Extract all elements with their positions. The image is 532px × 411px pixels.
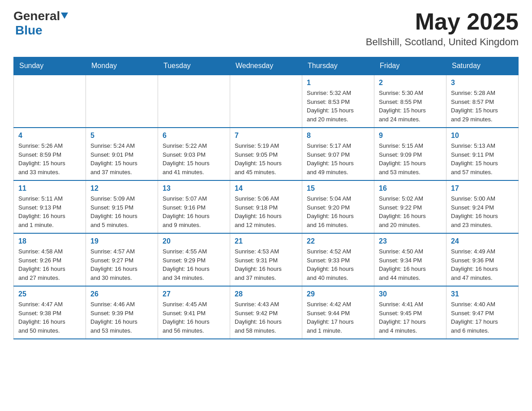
day-number: 6 [163,132,225,140]
calendar-table: SundayMondayTuesdayWednesdayThursdayFrid… [13,57,519,339]
logo: General Blue [13,9,68,38]
calendar-cell: 29Sunrise: 4:42 AM Sunset: 9:44 PM Dayli… [302,286,374,339]
day-info: Sunrise: 5:06 AM Sunset: 9:18 PM Dayligh… [235,194,297,229]
day-info: Sunrise: 5:17 AM Sunset: 9:07 PM Dayligh… [307,141,369,176]
calendar-week-row: 1Sunrise: 5:32 AM Sunset: 8:53 PM Daylig… [14,75,519,128]
calendar-cell: 18Sunrise: 4:58 AM Sunset: 9:26 PM Dayli… [14,233,86,286]
day-number: 5 [90,132,153,140]
day-number: 9 [379,132,442,140]
weekday-header-saturday: Saturday [446,57,519,75]
day-number: 18 [18,237,81,245]
weekday-header-wednesday: Wednesday [230,57,302,75]
day-number: 11 [18,184,81,193]
calendar-cell: 6Sunrise: 5:22 AM Sunset: 9:03 PM Daylig… [158,128,230,180]
day-number: 4 [18,132,81,140]
calendar-cell: 2Sunrise: 5:30 AM Sunset: 8:55 PM Daylig… [374,75,446,128]
day-info: Sunrise: 5:19 AM Sunset: 9:05 PM Dayligh… [235,141,297,176]
day-info: Sunrise: 4:47 AM Sunset: 9:38 PM Dayligh… [18,300,81,335]
day-info: Sunrise: 5:00 AM Sunset: 9:24 PM Dayligh… [451,194,514,229]
calendar-week-row: 4Sunrise: 5:26 AM Sunset: 8:59 PM Daylig… [14,128,519,180]
month-title: May 2025 [366,9,519,34]
calendar-cell: 15Sunrise: 5:04 AM Sunset: 9:20 PM Dayli… [302,180,374,233]
location-title: Bellshill, Scotland, United Kingdom [366,36,519,48]
calendar-cell: 26Sunrise: 4:46 AM Sunset: 9:39 PM Dayli… [86,286,158,339]
day-info: Sunrise: 4:52 AM Sunset: 9:33 PM Dayligh… [307,247,369,282]
weekday-header-sunday: Sunday [14,57,86,75]
day-number: 12 [90,184,153,193]
calendar-week-row: 11Sunrise: 5:11 AM Sunset: 9:13 PM Dayli… [14,180,519,233]
calendar-cell: 24Sunrise: 4:49 AM Sunset: 9:36 PM Dayli… [446,233,519,286]
day-info: Sunrise: 4:57 AM Sunset: 9:27 PM Dayligh… [90,247,153,282]
day-info: Sunrise: 5:11 AM Sunset: 9:13 PM Dayligh… [18,194,81,229]
day-info: Sunrise: 4:40 AM Sunset: 9:47 PM Dayligh… [451,300,514,335]
calendar-week-row: 25Sunrise: 4:47 AM Sunset: 9:38 PM Dayli… [14,286,519,339]
logo-general-text: General [13,9,60,23]
calendar-cell: 12Sunrise: 5:09 AM Sunset: 9:15 PM Dayli… [86,180,158,233]
calendar-cell: 3Sunrise: 5:28 AM Sunset: 8:57 PM Daylig… [446,75,519,128]
day-info: Sunrise: 4:45 AM Sunset: 9:41 PM Dayligh… [163,300,225,335]
day-info: Sunrise: 5:28 AM Sunset: 8:57 PM Dayligh… [451,89,514,124]
day-number: 26 [90,290,153,298]
calendar-cell: 19Sunrise: 4:57 AM Sunset: 9:27 PM Dayli… [86,233,158,286]
calendar-week-row: 18Sunrise: 4:58 AM Sunset: 9:26 PM Dayli… [14,233,519,286]
calendar-cell: 22Sunrise: 4:52 AM Sunset: 9:33 PM Dayli… [302,233,374,286]
calendar-cell: 16Sunrise: 5:02 AM Sunset: 9:22 PM Dayli… [374,180,446,233]
day-info: Sunrise: 5:26 AM Sunset: 8:59 PM Dayligh… [18,141,81,176]
day-info: Sunrise: 4:43 AM Sunset: 9:42 PM Dayligh… [235,300,297,335]
day-number: 16 [379,184,442,193]
day-number: 20 [163,237,225,245]
calendar-cell: 13Sunrise: 5:07 AM Sunset: 9:16 PM Dayli… [158,180,230,233]
day-info: Sunrise: 5:30 AM Sunset: 8:55 PM Dayligh… [379,89,442,124]
day-info: Sunrise: 5:09 AM Sunset: 9:15 PM Dayligh… [90,194,153,229]
day-number: 24 [451,237,514,245]
calendar-cell [86,75,158,128]
day-number: 22 [307,237,369,245]
calendar-cell: 4Sunrise: 5:26 AM Sunset: 8:59 PM Daylig… [14,128,86,180]
calendar-cell: 28Sunrise: 4:43 AM Sunset: 9:42 PM Dayli… [230,286,302,339]
day-number: 29 [307,290,369,298]
day-info: Sunrise: 5:24 AM Sunset: 9:01 PM Dayligh… [90,141,153,176]
weekday-header-thursday: Thursday [302,57,374,75]
calendar-cell: 7Sunrise: 5:19 AM Sunset: 9:05 PM Daylig… [230,128,302,180]
day-info: Sunrise: 5:02 AM Sunset: 9:22 PM Dayligh… [379,194,442,229]
calendar-cell: 31Sunrise: 4:40 AM Sunset: 9:47 PM Dayli… [446,286,519,339]
calendar-cell: 20Sunrise: 4:55 AM Sunset: 9:29 PM Dayli… [158,233,230,286]
day-info: Sunrise: 4:46 AM Sunset: 9:39 PM Dayligh… [90,300,153,335]
day-number: 30 [379,290,442,298]
day-number: 27 [163,290,225,298]
day-number: 7 [235,132,297,140]
day-info: Sunrise: 4:42 AM Sunset: 9:44 PM Dayligh… [307,300,369,335]
calendar-cell: 21Sunrise: 4:53 AM Sunset: 9:31 PM Dayli… [230,233,302,286]
day-info: Sunrise: 4:53 AM Sunset: 9:31 PM Dayligh… [235,247,297,282]
day-number: 15 [307,184,369,193]
calendar-cell: 8Sunrise: 5:17 AM Sunset: 9:07 PM Daylig… [302,128,374,180]
day-number: 28 [235,290,297,298]
calendar-cell: 27Sunrise: 4:45 AM Sunset: 9:41 PM Dayli… [158,286,230,339]
page-header: General Blue May 2025 Bellshill, Scotlan… [13,9,519,48]
day-number: 8 [307,132,369,140]
day-number: 21 [235,237,297,245]
calendar-cell: 23Sunrise: 4:50 AM Sunset: 9:34 PM Dayli… [374,233,446,286]
day-info: Sunrise: 4:55 AM Sunset: 9:29 PM Dayligh… [163,247,225,282]
day-number: 14 [235,184,297,193]
day-number: 31 [451,290,514,298]
day-info: Sunrise: 4:41 AM Sunset: 9:45 PM Dayligh… [379,300,442,335]
calendar-cell [14,75,86,128]
day-info: Sunrise: 4:50 AM Sunset: 9:34 PM Dayligh… [379,247,442,282]
day-info: Sunrise: 5:32 AM Sunset: 8:53 PM Dayligh… [307,89,369,124]
logo-blue-text: Blue [15,23,43,37]
calendar-cell: 10Sunrise: 5:13 AM Sunset: 9:11 PM Dayli… [446,128,519,180]
calendar-cell: 14Sunrise: 5:06 AM Sunset: 9:18 PM Dayli… [230,180,302,233]
calendar-cell: 30Sunrise: 4:41 AM Sunset: 9:45 PM Dayli… [374,286,446,339]
calendar-header-row: SundayMondayTuesdayWednesdayThursdayFrid… [14,57,519,75]
day-number: 25 [18,290,81,298]
day-number: 13 [163,184,225,193]
day-number: 3 [451,79,514,87]
day-number: 1 [307,79,369,87]
day-number: 23 [379,237,442,245]
day-number: 19 [90,237,153,245]
day-info: Sunrise: 5:22 AM Sunset: 9:03 PM Dayligh… [163,141,225,176]
day-info: Sunrise: 5:15 AM Sunset: 9:09 PM Dayligh… [379,141,442,176]
calendar-cell: 9Sunrise: 5:15 AM Sunset: 9:09 PM Daylig… [374,128,446,180]
day-number: 2 [379,79,442,87]
